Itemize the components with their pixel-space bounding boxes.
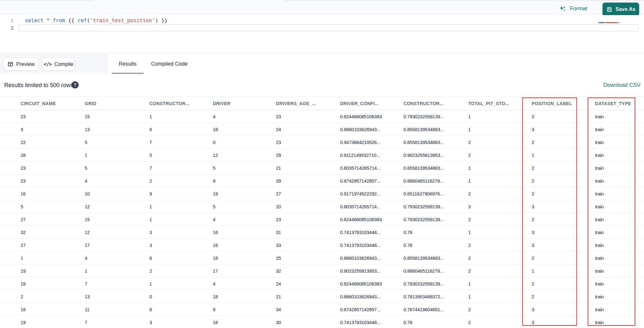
- column-header: DRIVERS_AGE_...: [276, 101, 340, 106]
- table-row: 23575210.8035714285714...0.8558139534883…: [0, 162, 644, 175]
- code-token-paren-close: ): [155, 17, 158, 23]
- table-cell: 2: [532, 140, 595, 145]
- table-cell: 20: [276, 204, 340, 209]
- table-cell: 27: [276, 191, 340, 196]
- table-body: 231514230.8244680851063830.7930232558139…: [0, 110, 644, 328]
- table-row: 23429390.8742857142857...0.8860465116279…: [0, 175, 644, 187]
- code-token-from: from: [53, 17, 65, 23]
- table-cell: 18: [213, 256, 276, 261]
- table-cell: 29: [276, 153, 340, 158]
- table-cell: 3: [532, 230, 595, 235]
- code-token-jinja-open: {{: [68, 17, 74, 23]
- table-cell: 2: [149, 178, 213, 184]
- table-cell: 23: [276, 217, 340, 222]
- table-cell: 0.8558139534883...: [403, 127, 468, 132]
- table-cell: 1: [149, 281, 213, 287]
- compile-label: Compile: [54, 61, 73, 67]
- line-number-2: 2: [0, 24, 14, 32]
- table-cell: 31: [276, 230, 340, 235]
- results-limit-note: Results limited to 500 rows.: [4, 82, 75, 89]
- column-header: CIRCUIT_NAME: [21, 101, 85, 106]
- table-cell: 12: [213, 153, 276, 158]
- table-cell: 2: [532, 178, 595, 184]
- table-cell: 2: [532, 191, 595, 196]
- code-token-ref: ref: [78, 17, 87, 23]
- editor-active-line[interactable]: [18, 24, 639, 31]
- table-cell: 2: [468, 217, 532, 222]
- save-as-button[interactable]: Save As: [602, 3, 639, 16]
- download-csv-link[interactable]: Download CSV: [603, 82, 640, 88]
- table-cell: 0.9171974522292...: [340, 191, 403, 196]
- table-cell: 0.9112149532710...: [340, 153, 403, 158]
- table-cell: 12: [85, 204, 149, 209]
- table-cell: 5: [213, 166, 276, 171]
- table-cell: 0.8742857142857...: [340, 178, 403, 184]
- table-cell: 1: [468, 281, 532, 287]
- table-cell: 9: [213, 178, 276, 184]
- table-cell: train: [595, 256, 644, 261]
- table-cell: 23: [21, 114, 85, 119]
- table-cell: train: [595, 114, 644, 119]
- table-cell: 16: [213, 320, 276, 325]
- table-cell: 1: [149, 217, 213, 222]
- table-cell: 6: [149, 127, 213, 132]
- format-label: Format: [570, 5, 587, 12]
- code-line-1[interactable]: select * from {{ ref('train_test_positio…: [25, 17, 167, 24]
- table-row: 2717316330.7413793103448...0.7823train: [0, 239, 644, 252]
- table-cell: 0.7674418604651...: [403, 307, 468, 312]
- column-header: TOTAL_PIT_STO...: [468, 101, 532, 106]
- table-cell: 2: [468, 256, 532, 261]
- table-cell: 0.9473684210526...: [340, 140, 403, 145]
- table-row: 913618240.8860103626943...0.855813953488…: [0, 123, 644, 136]
- save-as-label: Save As: [616, 6, 636, 12]
- editor-minimap: [598, 22, 625, 23]
- table-cell: 2: [468, 140, 532, 145]
- help-icon[interactable]: ?: [71, 81, 79, 88]
- column-header: CONSTRUCTOR...: [149, 101, 213, 106]
- format-button[interactable]: Format: [559, 5, 587, 13]
- table-row: 18714240.8244680851063830.7930232558139.…: [0, 278, 644, 290]
- table-cell: 2: [149, 269, 213, 274]
- table-row: 281512290.9112149532710...0.902325581395…: [0, 149, 644, 162]
- table-cell: 9: [21, 127, 85, 132]
- table-cell: 13: [85, 127, 149, 132]
- table-cell: 0.7813953488372...: [403, 294, 468, 299]
- table-cell: 0.7413793103448...: [340, 320, 403, 325]
- table-cell: 0.8035714285714...: [340, 166, 403, 171]
- column-header: GRID: [85, 101, 149, 106]
- table-cell: 0.824468085106383: [340, 281, 403, 287]
- preview-button[interactable]: Preview: [3, 58, 39, 71]
- table-cell: 30: [276, 320, 340, 325]
- table-cell: 7: [149, 166, 213, 171]
- table-cell: 3: [149, 320, 213, 325]
- table-cell: train: [595, 320, 644, 325]
- table-cell: 1: [85, 269, 149, 274]
- table-cell: 22: [21, 140, 85, 145]
- table-cell: 0.7930232558139...: [403, 114, 468, 119]
- table-row: 1610919270.9171974522292...0.85116279069…: [0, 187, 644, 200]
- table-cell: 1: [468, 178, 532, 184]
- table-row: 51215200.8035714285714...0.7930232558139…: [0, 200, 644, 213]
- table-cell: 19: [213, 191, 276, 196]
- table-cell: 4: [213, 281, 276, 287]
- tab-compiled-code[interactable]: Compiled Code: [144, 54, 195, 74]
- table-cell: 4: [213, 114, 276, 119]
- table-cell: train: [595, 217, 644, 222]
- table-cell: 8: [149, 307, 213, 312]
- table-cell: train: [595, 307, 644, 312]
- sparkles-icon: [559, 5, 566, 12]
- table-row: 271514230.8244680851063830.7930232558139…: [0, 213, 644, 226]
- table-cell: 0.78: [403, 230, 468, 235]
- table-cell: 0.8558139534883...: [403, 256, 468, 261]
- table-cell: 0.8860103626943...: [340, 256, 403, 261]
- table-cell: 0.8558139534883...: [403, 140, 468, 145]
- table-cell: 28: [21, 153, 85, 158]
- column-header: DRIVER_CONFI...: [340, 101, 403, 106]
- compile-button[interactable]: </> Compile: [42, 58, 75, 71]
- table-cell: 3: [149, 243, 213, 248]
- table-cell: 2: [532, 256, 595, 261]
- code-token-jinja-close: }}: [161, 17, 167, 23]
- tab-results[interactable]: Results: [112, 54, 144, 74]
- table-cell: 0.7413793103448...: [340, 230, 403, 235]
- table-cell: 1: [532, 153, 595, 158]
